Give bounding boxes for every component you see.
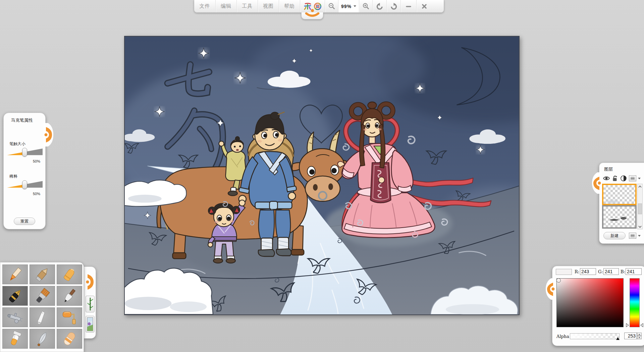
app-logo-left-glyph-icon <box>303 2 312 11</box>
blue-label: B: <box>621 269 625 274</box>
redo-button[interactable] <box>386 0 400 12</box>
chevron-down-icon <box>638 226 642 228</box>
chevron-up-icon <box>638 185 642 188</box>
brush-blade-quill[interactable] <box>30 329 55 349</box>
layer-item-2[interactable] <box>602 205 637 229</box>
alpha-slider[interactable] <box>570 333 620 339</box>
reset-button[interactable]: 重置 <box>14 218 35 225</box>
palette-knife-icon <box>34 309 51 326</box>
bamboo-texture-button[interactable] <box>86 296 95 312</box>
minimize-button[interactable] <box>400 0 416 12</box>
brush-pastel-stick[interactable] <box>30 265 55 284</box>
brush-size-slider[interactable] <box>7 148 43 157</box>
layer-options-menu-button[interactable] <box>629 175 636 181</box>
green-label: G: <box>598 269 603 274</box>
zoom-in-button[interactable] <box>359 0 372 12</box>
paint-tube-icon <box>7 331 23 347</box>
spinner-up-icon[interactable]: ▲ <box>637 333 642 336</box>
menu-view[interactable]: 视图 <box>258 0 279 12</box>
brush-ink-brush[interactable] <box>57 286 82 306</box>
brush-palette-side-strip <box>84 267 96 339</box>
unlocked-padlock-icon <box>612 175 619 182</box>
menu-file[interactable]: 文件 <box>194 0 215 12</box>
red-input[interactable] <box>580 268 596 275</box>
ink-brush-icon <box>61 288 78 304</box>
spinner-down-icon[interactable]: ▼ <box>637 336 642 339</box>
blue-input[interactable] <box>626 268 642 275</box>
close-button[interactable] <box>416 0 432 12</box>
close-icon <box>421 3 428 10</box>
chevron-down-icon[interactable] <box>638 178 641 179</box>
color-picker-panel: R: G: B: Alpha ▲ ▼ <box>552 266 644 346</box>
fountain-pen-icon <box>7 288 23 304</box>
brush-palette-knife[interactable] <box>30 307 55 327</box>
hue-marker-right-icon[interactable] <box>640 323 643 327</box>
brush-size-handle[interactable] <box>22 148 27 157</box>
menu-tools[interactable]: 工具 <box>236 0 258 12</box>
menu-help[interactable]: 帮助 <box>279 0 300 12</box>
zoom-level-value: 99% <box>341 4 352 9</box>
blade-quill-icon <box>34 331 51 347</box>
layer-blend-button[interactable] <box>620 175 627 183</box>
undo-icon <box>376 3 383 10</box>
half-circle-icon <box>620 175 627 182</box>
scroll-up-button[interactable] <box>638 184 642 189</box>
dilution-handle[interactable] <box>22 180 27 189</box>
zoom-out-button[interactable] <box>325 0 338 12</box>
scrollbar-thumb[interactable] <box>638 203 642 214</box>
layers-bottom-menu-button[interactable] <box>629 233 636 239</box>
picture-texture-button[interactable] <box>86 316 95 333</box>
alpha-thumb[interactable] <box>616 337 620 340</box>
pastel-stick-icon <box>34 266 51 283</box>
hue-marker-left-icon[interactable] <box>626 323 629 327</box>
brush-paint-tube[interactable] <box>2 329 28 349</box>
panel-handle-icon[interactable] <box>43 123 53 146</box>
alpha-spinner[interactable]: ▲ ▼ <box>637 333 642 339</box>
layers-panel-title: 图层 <box>604 166 613 172</box>
new-layer-button[interactable]: 新建 <box>603 232 626 239</box>
layer-item-1[interactable] <box>602 184 637 205</box>
panel-handle-icon[interactable] <box>592 172 602 194</box>
colored-pencil-icon <box>7 266 23 283</box>
app-logo-right-glyph-icon <box>313 2 322 11</box>
red-label: R: <box>575 269 579 274</box>
drawing-canvas[interactable] <box>124 36 520 315</box>
brush-colored-pencil[interactable] <box>2 265 28 284</box>
brush-crayon[interactable] <box>57 265 82 284</box>
qixi-artwork <box>125 37 519 314</box>
brush-size-label: 笔触大小 <box>9 141 25 147</box>
minimize-icon <box>405 3 412 10</box>
scroll-down-button[interactable] <box>638 224 642 229</box>
brush-flat-brush[interactable] <box>30 286 55 306</box>
brush-airbrush[interactable] <box>2 307 28 327</box>
layer-lock-button[interactable] <box>612 175 619 183</box>
sv-selector-ring[interactable] <box>556 278 561 283</box>
chevron-down-icon <box>354 5 356 7</box>
paint-roller-icon <box>61 309 78 326</box>
green-input[interactable] <box>603 268 619 275</box>
layer-visibility-button[interactable] <box>603 175 610 183</box>
app-logo <box>300 0 325 12</box>
zoom-level-dropdown[interactable]: 99% <box>338 0 359 12</box>
brush-eraser[interactable] <box>57 329 82 349</box>
brush-fountain-pen[interactable] <box>2 286 28 306</box>
layer-1-thumbnail-content <box>605 200 619 203</box>
main-toolbar: 文件 编辑 工具 视图 帮助 <box>194 0 444 13</box>
current-color-swatch <box>556 269 572 275</box>
dilution-value: 50% <box>33 192 40 196</box>
alpha-input[interactable] <box>624 333 637 339</box>
saturation-value-picker[interactable] <box>556 278 624 327</box>
dilution-label: 稀释 <box>9 174 17 179</box>
panel-handle-icon[interactable] <box>85 272 95 292</box>
hue-bar[interactable] <box>630 278 640 327</box>
crayon-icon <box>61 266 78 283</box>
eraser-icon <box>61 331 78 347</box>
flat-brush-icon <box>34 288 51 304</box>
panel-handle-icon[interactable] <box>546 278 556 300</box>
undo-button[interactable] <box>372 0 386 12</box>
menu-edit[interactable]: 编辑 <box>215 0 236 12</box>
dilution-slider[interactable] <box>7 180 43 189</box>
brush-paint-roller[interactable] <box>57 307 82 327</box>
layers-scrollbar[interactable] <box>637 184 643 229</box>
chevron-down-icon[interactable] <box>638 235 641 237</box>
